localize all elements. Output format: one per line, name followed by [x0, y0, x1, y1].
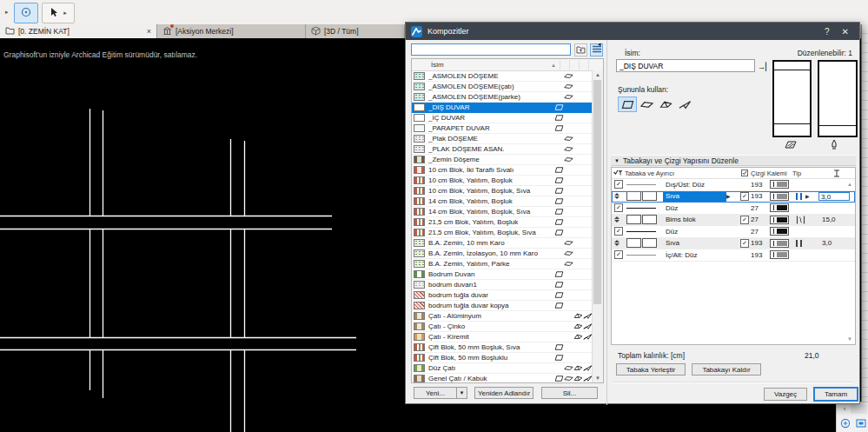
- list-item[interactable]: _ASMOLEN DÖŞEME(parke): [412, 92, 594, 103]
- cancel-button[interactable]: Vazgeç: [764, 388, 807, 401]
- pen-checkbox[interactable]: ✓: [738, 238, 751, 249]
- list-item[interactable]: 10 cm Blok, İki Taraflı Sıvalı: [412, 165, 594, 176]
- insert-skin-button[interactable]: Tabaka Yerleştir: [616, 363, 686, 376]
- separator-row[interactable]: ✓İç/Alt: Düz193: [612, 249, 855, 262]
- folder-view-button[interactable]: [574, 43, 587, 56]
- arrow-tool-dropdown[interactable]: ▸: [63, 10, 67, 17]
- skin-fill-swatches[interactable]: [625, 191, 663, 203]
- orbit-tool-button[interactable]: [14, 3, 38, 23]
- list-item[interactable]: _PLAK DÖŞEME ASAN.: [412, 144, 594, 155]
- thickness-input[interactable]: 3,0: [818, 191, 855, 203]
- list-item[interactable]: Bodrum Duvarı: [412, 269, 594, 280]
- ok-button[interactable]: Tamam: [814, 388, 858, 401]
- list-item[interactable]: B.A. Zemin, İzolasyon, 10 mm Karo: [412, 249, 594, 259]
- panel-divider[interactable]: [606, 40, 607, 405]
- list-item[interactable]: bodrum tuğla duvar: [412, 290, 594, 301]
- search-input[interactable]: [411, 43, 571, 56]
- list-item[interactable]: 14 cm Blok, Yalıtım, Boşluk: [412, 196, 594, 207]
- use-with-shell-button[interactable]: [675, 96, 694, 112]
- pen-swatch[interactable]: [770, 215, 792, 226]
- pen-checkbox[interactable]: ✓: [738, 191, 751, 203]
- list-item[interactable]: _ASMOLEN DÖŞEME: [412, 71, 594, 82]
- separator-pen-icon[interactable]: [830, 139, 838, 152]
- skin-row[interactable]: Bims blok✓2715,0: [612, 215, 855, 227]
- separator-checkbox[interactable]: ✓: [612, 179, 625, 190]
- pen-swatch[interactable]: [770, 226, 792, 237]
- separator-checkbox[interactable]: ✓: [612, 249, 625, 261]
- separator-row[interactable]: ✓Dış/Üst: Düz193: [612, 179, 855, 191]
- cut-fill-icon[interactable]: [785, 139, 798, 151]
- zoom-plus-icon[interactable]: [840, 418, 851, 430]
- skin-row[interactable]: Sıva▶✓193▶3,0: [612, 191, 855, 203]
- use-with-slab-button[interactable]: [637, 96, 656, 112]
- horizontal-scrollbar[interactable]: [851, 404, 867, 414]
- arrow-tool-button[interactable]: ▸: [42, 3, 75, 23]
- list-item[interactable]: _Zemin Döşeme: [412, 155, 594, 165]
- list-item[interactable]: 21,5 cm Blok, Yalıtım, Boşluk: [412, 217, 594, 228]
- remove-skin-button[interactable]: Tabakayı Kaldır: [692, 363, 761, 376]
- name-column-header[interactable]: İsim: [412, 61, 444, 69]
- new-button[interactable]: Yeni...: [414, 387, 457, 399]
- list-item[interactable]: B.A. Zemin, 10 mm Karo: [412, 238, 594, 249]
- separator-checkbox[interactable]: ✓: [612, 203, 625, 214]
- tab-floor-plan[interactable]: [0. ZEMİN KAT] ×: [0, 24, 157, 38]
- pen-swatch[interactable]: [770, 249, 792, 261]
- list-item[interactable]: Çift Blok, 50 mm Boşluk, Sıva: [412, 342, 594, 353]
- list-item[interactable]: _DIŞ DUVAR: [412, 103, 594, 113]
- list-item[interactable]: B.A. Zemin, Yalıtım, Parke: [412, 259, 594, 269]
- scrollbar-thumb[interactable]: [593, 80, 601, 304]
- list-item[interactable]: _İÇ DUVAR: [412, 113, 594, 123]
- skin-fill-swatches[interactable]: [625, 238, 663, 249]
- use-with-wall-button[interactable]: [618, 96, 637, 112]
- toolbar-overflow-arrow[interactable]: ▸: [5, 9, 9, 16]
- list-item[interactable]: Çatı - Çinko: [412, 322, 594, 332]
- pen-swatch[interactable]: [770, 238, 792, 249]
- list-scrollbar[interactable]: ▲ ▼: [592, 70, 603, 382]
- skin-drag-handle[interactable]: [612, 215, 625, 226]
- list-item[interactable]: _PARAPET DUVAR: [412, 123, 594, 134]
- pen-swatch[interactable]: [770, 203, 792, 214]
- pen-swatch[interactable]: [770, 191, 792, 203]
- tab-3d-view[interactable]: [3D / Tüm]: [306, 24, 405, 38]
- separator-row[interactable]: ✓Düz27: [612, 226, 855, 238]
- list-item[interactable]: Genel Çatı / Kabuk: [412, 374, 594, 383]
- skin-drag-handle[interactable]: [612, 191, 625, 203]
- list-item[interactable]: Çatı - Alüminyum: [412, 311, 594, 322]
- separator-row[interactable]: ✓Düz27: [612, 203, 855, 215]
- new-dropdown-button[interactable]: ▼: [456, 387, 467, 399]
- scroll-up-icon[interactable]: ▲: [593, 72, 603, 77]
- skin-fill-swatches[interactable]: [625, 215, 663, 226]
- list-item[interactable]: 10 cm Blok, Yalıtım, Boşluk: [412, 176, 594, 186]
- list-header[interactable]: İsim ▲: [412, 59, 603, 71]
- use-with-roof-button[interactable]: [656, 96, 675, 112]
- skin-type-icon[interactable]: ▶: [792, 191, 818, 203]
- dialog-title-bar[interactable]: Kompozitler ? ✕: [406, 23, 859, 40]
- tab-action-center[interactable]: [Aksiyon Merkezi]: [157, 24, 306, 38]
- table-scroll-down-icon[interactable]: ▼: [847, 336, 852, 342]
- skin-row[interactable]: Sıva✓1933,0: [612, 238, 855, 250]
- list-item[interactable]: Düz Çatı: [412, 363, 594, 374]
- list-item[interactable]: Çift Blok, 50 mm Boşluklu: [412, 353, 594, 363]
- list-item[interactable]: Çatı - Kiremit: [412, 332, 594, 342]
- list-item[interactable]: _Plak DÖŞEME: [412, 134, 594, 144]
- list-item[interactable]: 10 cm Blok, Yalıtım, Boşluk, Sıva: [412, 186, 594, 196]
- list-item[interactable]: bodrum tuğla duvar kopya: [412, 301, 594, 311]
- skin-drag-handle[interactable]: [612, 238, 625, 249]
- list-item[interactable]: _ASMOLEN DÖŞEME(çatı): [412, 82, 594, 92]
- zoom-fit-icon[interactable]: [856, 418, 866, 430]
- skin-type-icon[interactable]: [792, 215, 818, 226]
- close-icon[interactable]: ✕: [842, 27, 849, 37]
- list-item[interactable]: bodrum duvarı1: [412, 280, 594, 290]
- filter-check-icon[interactable]: [612, 168, 625, 178]
- list-item[interactable]: 14 cm Blok, Yalıtım, Boşluk, Sıva: [412, 207, 594, 217]
- row-popup-arrow[interactable]: ▶: [726, 191, 738, 203]
- skin-structure-section-header[interactable]: ▼ Tabakayı ve Çizgi Yapısını Düzenle: [611, 155, 856, 166]
- tab-close-icon[interactable]: ×: [147, 27, 151, 36]
- rename-button[interactable]: Yeniden Adlandır: [474, 387, 533, 399]
- skin-type-icon[interactable]: [792, 238, 818, 249]
- scroll-down-icon[interactable]: ▼: [593, 376, 603, 381]
- separator-checkbox[interactable]: ✓: [612, 226, 625, 237]
- help-icon[interactable]: ?: [825, 27, 830, 37]
- table-scroll-up-icon[interactable]: ▲: [847, 182, 852, 187]
- scroll-left-button[interactable]: ‹: [839, 404, 850, 414]
